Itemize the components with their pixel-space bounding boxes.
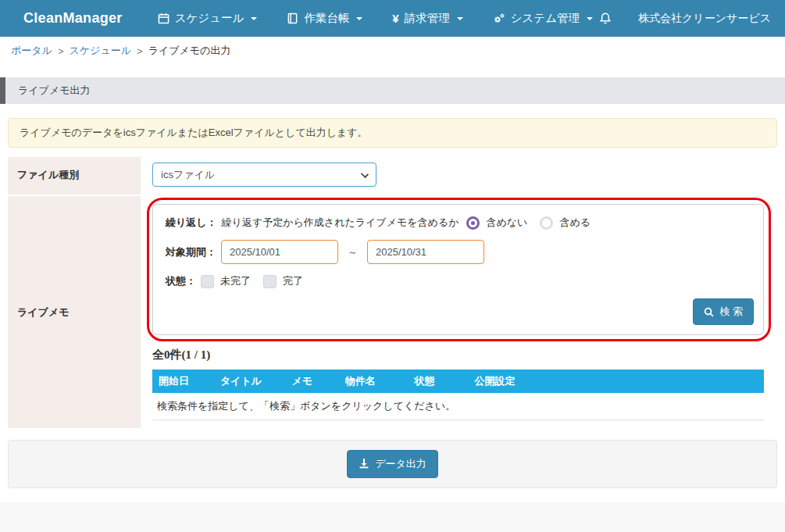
nav-item-label: スケジュール (175, 11, 244, 26)
bell-icon[interactable] (599, 12, 612, 25)
col-status[interactable]: 状態 (385, 370, 465, 393)
footer-action-bar: データ出力 (8, 440, 777, 488)
breadcrumb-link-schedule[interactable]: スケジュール (70, 44, 132, 58)
col-visibility[interactable]: 公開設定 (464, 370, 525, 393)
col-title[interactable]: タイトル (213, 370, 268, 393)
checkbox-complete-label[interactable]: 完了 (283, 274, 303, 288)
page: CleanManager スケジュール (0, 0, 785, 502)
radio-include-label[interactable]: 含める (559, 216, 591, 230)
info-message: ライブメモのデータをicsファイルまたはExcelファイルとして出力します。 (20, 127, 368, 138)
nav-item-schedule[interactable]: スケジュール (158, 11, 258, 26)
chevron-down-icon (251, 17, 257, 20)
nav-item-label: システム管理 (511, 11, 580, 26)
file-type-label: ファイル種別 (8, 157, 141, 195)
repeat-row: 繰り返し： 繰り返す予定から作成されたライブメモを含めるか 含めない 含める (166, 216, 751, 230)
file-type-select-wrap: icsファイル (152, 162, 376, 187)
checkbox-incomplete-label[interactable]: 未完了 (220, 274, 251, 288)
top-navigation-bar: CleanManager スケジュール (0, 0, 785, 37)
nav-item-label: 作業台帳 (304, 11, 349, 26)
breadcrumb-link-portal[interactable]: ポータル (11, 44, 52, 58)
info-alert: ライブメモのデータをicsファイルまたはExcelファイルとして出力します。 (8, 118, 777, 148)
table-header-row: 開始日 タイトル メモ 物件名 状態 公開設定 (152, 370, 764, 393)
checkbox-incomplete[interactable] (201, 275, 214, 288)
chevron-down-icon (356, 17, 362, 20)
download-icon (359, 458, 369, 471)
period-separator: ～ (348, 245, 358, 259)
result-count: 全0件(1 / 1) (152, 348, 764, 362)
search-icon (704, 307, 714, 317)
empty-results-message: 検索条件を指定して、「検索」ボタンをクリックしてください。 (152, 393, 764, 420)
brand-logo[interactable]: CleanManager (23, 10, 123, 27)
results-table: 開始日 タイトル メモ 物件名 状態 公開設定 検索条件を指定 (152, 370, 764, 420)
search-criteria-area: 繰り返し： 繰り返す予定から作成されたライブメモを含めるか 含めない 含める 対… (152, 204, 764, 335)
search-button-label: 検 索 (719, 305, 743, 319)
page-title: ライブメモ出力 (18, 84, 91, 98)
nav-item-billing[interactable]: ¥ 請求管理 (392, 11, 462, 26)
book-icon (287, 12, 298, 24)
col-start-date[interactable]: 開始日 (152, 370, 213, 393)
results-section: 全0件(1 / 1) 開始日 タイトル メモ 物件名 (152, 348, 765, 420)
nav-right: 株式会社クリーンサービス (599, 12, 771, 26)
chevron-down-icon (587, 17, 593, 20)
yen-icon: ¥ (392, 12, 398, 25)
checkbox-complete[interactable] (263, 275, 277, 288)
breadcrumb-current: ライブメモの出力 (148, 44, 231, 58)
col-filler (526, 370, 764, 393)
radio-include[interactable] (540, 216, 553, 230)
file-type-content: icsファイル (141, 157, 777, 195)
nav-item-system-admin[interactable]: システム管理 (493, 11, 593, 26)
search-criteria-panel: 繰り返し： 繰り返す予定から作成されたライブメモを含めるか 含めない 含める 対… (152, 204, 764, 335)
nav-item-label: 請求管理 (405, 11, 450, 26)
company-name[interactable]: 株式会社クリーンサービス (638, 12, 771, 26)
page-title-bar: ライブメモ出力 (0, 77, 785, 104)
form-row-file-type: ファイル種別 icsファイル (8, 157, 777, 195)
period-from-input[interactable] (221, 240, 338, 264)
period-row: 対象期間： ～ (166, 240, 751, 264)
nav-menu: スケジュール 作業台帳 ¥ 請求管理 (158, 11, 593, 26)
form-row-live-memo: ライブメモ 繰り返し： 繰り返す予定から作成されたライブメモを含めるか 含めない… (8, 195, 777, 428)
data-export-label: データ出力 (375, 457, 426, 471)
period-label: 対象期間： (166, 245, 216, 259)
repeat-label: 繰り返し： (166, 216, 217, 230)
repeat-description: 繰り返す予定から作成されたライブメモを含めるか (222, 216, 459, 230)
gears-icon (493, 12, 505, 25)
status-label: 状態： (166, 274, 196, 288)
period-to-input[interactable] (367, 240, 484, 264)
chevron-down-icon (457, 17, 463, 20)
breadcrumb-separator: > (58, 45, 64, 57)
data-export-button[interactable]: データ出力 (347, 450, 438, 478)
col-property-name[interactable]: 物件名 (336, 370, 385, 393)
search-button[interactable]: 検 索 (693, 298, 754, 325)
breadcrumb-separator: > (137, 45, 143, 57)
export-form: ファイル種別 icsファイル ライブメモ 繰り返し： (8, 157, 777, 428)
live-memo-content: 繰り返し： 繰り返す予定から作成されたライブメモを含めるか 含めない 含める 対… (141, 196, 777, 428)
nav-item-work-ledger[interactable]: 作業台帳 (287, 11, 362, 26)
live-memo-label: ライブメモ (8, 196, 141, 428)
radio-exclude-label[interactable]: 含めない (486, 216, 527, 230)
col-memo[interactable]: メモ (269, 370, 336, 393)
file-type-select[interactable]: icsファイル (152, 162, 376, 187)
breadcrumb: ポータル > スケジュール > ライブメモの出力 (0, 37, 785, 65)
status-row: 状態： 未完了 完了 (166, 274, 751, 288)
empty-results-row: 検索条件を指定して、「検索」ボタンをクリックしてください。 (152, 393, 764, 420)
calendar-icon (158, 12, 169, 24)
radio-exclude[interactable] (466, 216, 480, 230)
